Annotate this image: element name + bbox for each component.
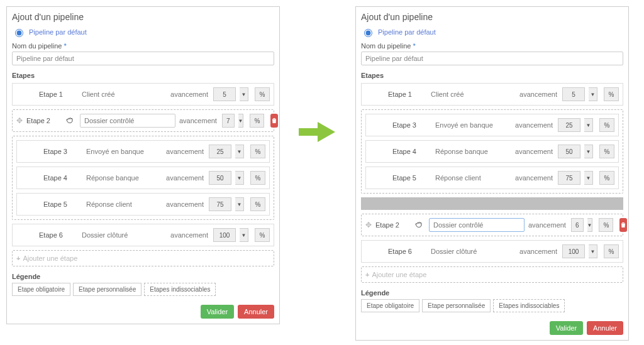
legend-linked: Etapes indissociables — [144, 283, 216, 296]
legend-title: Légende — [12, 273, 274, 280]
step-label: Etape 1 — [39, 90, 74, 98]
legend-mandatory: Etape obligatoire — [12, 283, 70, 296]
step-row: Etape 6 Dossier clôturé avancement 100 ▼… — [361, 240, 623, 263]
step-row: Etape 1 Client créé avancement 5 ▼ % — [361, 83, 623, 106]
plus-icon: + — [16, 255, 20, 262]
value-dropdown[interactable]: ▼ — [240, 87, 248, 101]
pipeline-name-input[interactable] — [12, 52, 274, 65]
panel-before: Ajout d'un pipeline Pipeline par défaut … — [6, 6, 280, 324]
value-input[interactable]: 7 — [222, 114, 235, 128]
step-name-input[interactable] — [429, 218, 525, 232]
default-pipeline-radio[interactable] — [15, 29, 23, 37]
value-input[interactable]: 25 — [558, 118, 580, 132]
step-row-dragging[interactable]: ✥ Etape 2 avancement 7 ▼ % — [12, 109, 274, 132]
default-pipeline-label: Pipeline par défaut — [29, 28, 87, 36]
add-step-button[interactable]: + Ajouter une étape — [12, 250, 274, 266]
validate-button[interactable]: Valider — [201, 305, 234, 319]
panel-after: Ajout d'un pipeline Pipeline par défaut … — [355, 6, 629, 341]
cancel-button[interactable]: Annuler — [238, 305, 274, 319]
steps-header: Etapes — [12, 72, 274, 79]
step-name: Client créé — [77, 87, 167, 101]
default-pipeline-radio-row: Pipeline par défaut — [12, 27, 274, 37]
step-row-dragging[interactable]: ✥ Etape 2 avancement 6 ▼ % — [361, 214, 623, 236]
plus-icon: + — [365, 271, 369, 278]
value-input[interactable]: 5 — [213, 87, 236, 101]
legend-custom: Etape personnalisée — [73, 283, 142, 296]
value-dropdown[interactable]: ▼ — [584, 118, 593, 132]
legend-mandatory: Etape obligatoire — [361, 299, 419, 312]
value-dropdown[interactable]: ▼ — [589, 87, 597, 101]
linked-steps-group: Etape 3 Envoyé en banque avancement 25 ▼… — [12, 136, 274, 220]
validate-button[interactable]: Valider — [550, 321, 583, 335]
value-dropdown[interactable]: ▼ — [235, 197, 244, 211]
value-input[interactable]: 75 — [558, 171, 580, 185]
drag-handle-icon[interactable]: ✥ — [16, 116, 23, 125]
panel-title: Ajout d'un pipeline — [12, 12, 274, 22]
panel-title: Ajout d'un pipeline — [361, 12, 623, 22]
value-dropdown[interactable]: ▼ — [240, 228, 248, 242]
step-row: Etape 4 Réponse banque avancement 50 ▼ % — [365, 140, 619, 163]
step-row: Etape 5 Réponse client avancement 75 ▼ % — [365, 167, 619, 189]
percent-unit: % — [255, 87, 270, 101]
legend-custom: Etape personnalisée — [422, 299, 491, 312]
delete-step-button[interactable] — [270, 114, 278, 128]
cursor-grab-icon — [414, 219, 425, 231]
value-dropdown[interactable]: ▼ — [235, 145, 244, 158]
drag-handle-icon[interactable]: ✥ — [365, 221, 372, 229]
value-input[interactable]: 5 — [562, 87, 585, 101]
pipeline-name-input[interactable] — [361, 52, 623, 65]
value-input[interactable]: 50 — [209, 171, 231, 185]
step-row: Etape 4 Réponse banque avancement 50 ▼ % — [16, 167, 270, 189]
step-row: Etape 5 Réponse client avancement 75 ▼ % — [16, 193, 270, 216]
step-row: Etape 3 Envoyé en banque avancement 25 ▼… — [365, 114, 619, 136]
linked-steps-group: Etape 3 Envoyé en banque avancement 25 ▼… — [361, 109, 623, 194]
value-dropdown[interactable]: ▼ — [584, 145, 593, 158]
value-input[interactable]: 50 — [558, 145, 580, 158]
steps-header: Etapes — [361, 72, 623, 79]
value-input[interactable]: 6 — [571, 218, 584, 232]
value-input[interactable]: 100 — [562, 244, 585, 258]
step-row: Etape 6 Dossier clôturé avancement 100 ▼… — [12, 224, 274, 246]
value-input[interactable]: 25 — [209, 145, 231, 158]
value-dropdown[interactable]: ▼ — [589, 244, 597, 258]
legend-linked: Etapes indissociables — [493, 299, 565, 312]
cursor-grab-icon — [65, 114, 76, 127]
drop-target-bar — [361, 197, 623, 210]
step-row: Etape 1 Client créé avancement 5 ▼ % — [12, 83, 274, 106]
cancel-button[interactable]: Annuler — [587, 321, 623, 335]
legend-row: Etape obligatoire Etape personnalisée Et… — [12, 283, 274, 296]
step-row: Etape 3 Envoyé en banque avancement 25 ▼… — [16, 140, 270, 163]
step-name-input[interactable] — [80, 114, 175, 128]
transition-arrow — [292, 6, 343, 145]
add-step-button[interactable]: + Ajouter une étape — [361, 266, 623, 283]
default-pipeline-radio[interactable] — [364, 29, 372, 37]
name-field-label: Nom du pipeline * — [12, 42, 274, 50]
delete-step-button[interactable] — [619, 218, 627, 232]
value-dropdown[interactable]: ▼ — [587, 218, 593, 232]
value-input[interactable]: 100 — [213, 228, 236, 242]
value-input[interactable]: 75 — [209, 197, 231, 211]
value-dropdown[interactable]: ▼ — [235, 171, 244, 185]
value-dropdown[interactable]: ▼ — [238, 114, 244, 128]
value-dropdown[interactable]: ▼ — [584, 171, 593, 185]
